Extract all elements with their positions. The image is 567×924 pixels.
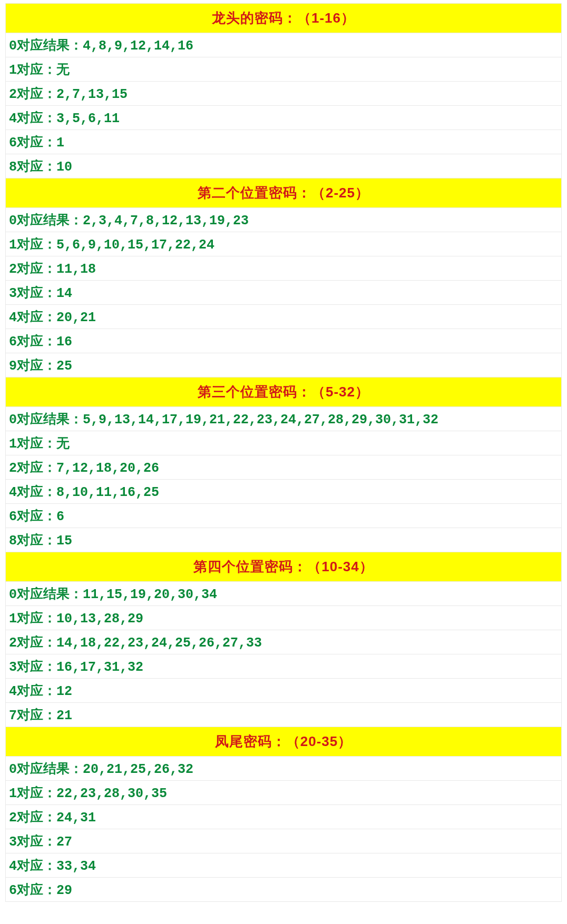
- data-row: 6对应：1: [5, 130, 562, 154]
- data-row: 8对应：15: [5, 528, 562, 552]
- data-row: 7对应：21: [5, 703, 562, 727]
- data-row: 1对应：22,23,28,30,35: [5, 781, 562, 805]
- data-row: 0对应结果：20,21,25,26,32: [5, 756, 562, 781]
- data-row: 2对应：2,7,13,15: [5, 82, 562, 106]
- section-header: 凤尾密码：（20-35）: [5, 727, 562, 756]
- section-header: 第四个位置密码：（10-34）: [5, 552, 562, 581]
- data-row: 3对应：16,17,31,32: [5, 654, 562, 679]
- data-row: 2对应：14,18,22,23,24,25,26,27,33: [5, 630, 562, 654]
- data-row: 4对应：3,5,6,11: [5, 106, 562, 130]
- section: 第三个位置密码：（5-32）0对应结果：5,9,13,14,17,19,21,2…: [5, 377, 562, 552]
- data-row: 0对应结果：11,15,19,20,30,34: [5, 581, 562, 606]
- data-row: 2对应：24,31: [5, 805, 562, 829]
- data-row: 0对应结果：2,3,4,7,8,12,13,19,23: [5, 207, 562, 232]
- data-row: 4对应：20,21: [5, 305, 562, 329]
- data-row: 0对应结果：5,9,13,14,17,19,21,22,23,24,27,28,…: [5, 406, 562, 431]
- section: 第二个位置密码：（2-25）0对应结果：2,3,4,7,8,12,13,19,2…: [5, 178, 562, 377]
- data-row: 9对应：25: [5, 353, 562, 377]
- data-row: 6对应：16: [5, 329, 562, 353]
- data-row: 3对应：27: [5, 829, 562, 853]
- data-row: 0对应结果：4,8,9,12,14,16: [5, 33, 562, 57]
- page-container: 龙头的密码：（1-16）0对应结果：4,8,9,12,14,161对应：无2对应…: [0, 0, 567, 907]
- section: 凤尾密码：（20-35）0对应结果：20,21,25,26,321对应：22,2…: [5, 727, 562, 902]
- data-row: 4对应：12: [5, 679, 562, 703]
- data-row: 2对应：11,18: [5, 256, 562, 281]
- data-row: 1对应：10,13,28,29: [5, 606, 562, 630]
- section-header: 第三个位置密码：（5-32）: [5, 377, 562, 406]
- data-row: 4对应：33,34: [5, 853, 562, 878]
- data-row: 8对应：10: [5, 154, 562, 178]
- data-row: 4对应：8,10,11,16,25: [5, 480, 562, 504]
- data-row: 3对应：14: [5, 281, 562, 305]
- data-row: 6对应：29: [5, 878, 562, 902]
- data-row: 1对应：5,6,9,10,15,17,22,24: [5, 232, 562, 256]
- data-row: 2对应：7,12,18,20,26: [5, 455, 562, 480]
- data-row: 6对应：6: [5, 504, 562, 528]
- section-header: 第二个位置密码：（2-25）: [5, 178, 562, 207]
- data-row: 1对应：无: [5, 431, 562, 455]
- section: 龙头的密码：（1-16）0对应结果：4,8,9,12,14,161对应：无2对应…: [5, 3, 562, 178]
- section-header: 龙头的密码：（1-16）: [5, 3, 562, 33]
- data-row: 1对应：无: [5, 57, 562, 82]
- section: 第四个位置密码：（10-34）0对应结果：11,15,19,20,30,341对…: [5, 552, 562, 727]
